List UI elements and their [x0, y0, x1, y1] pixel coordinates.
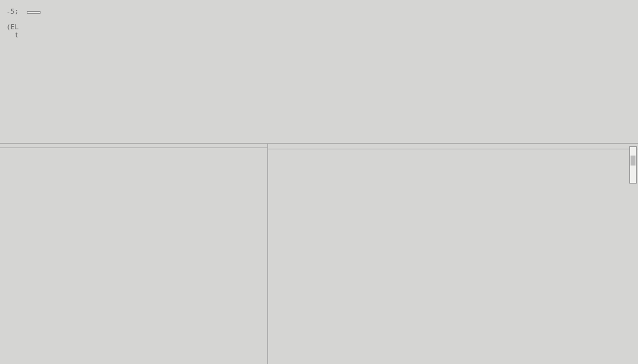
left-pane-header	[0, 144, 267, 148]
tabstrip: (EL t	[0, 19, 638, 43]
vertical-scrollbar[interactable]	[629, 146, 637, 184]
mid-section: -5;	[0, 4, 638, 19]
right-pane-header	[268, 144, 638, 149]
lower-split	[0, 143, 638, 364]
left-pane	[0, 144, 268, 364]
mid-label-box[interactable]	[27, 11, 40, 14]
tabstrip-gutter: (EL t	[5, 23, 22, 39]
right-pane	[268, 144, 638, 364]
